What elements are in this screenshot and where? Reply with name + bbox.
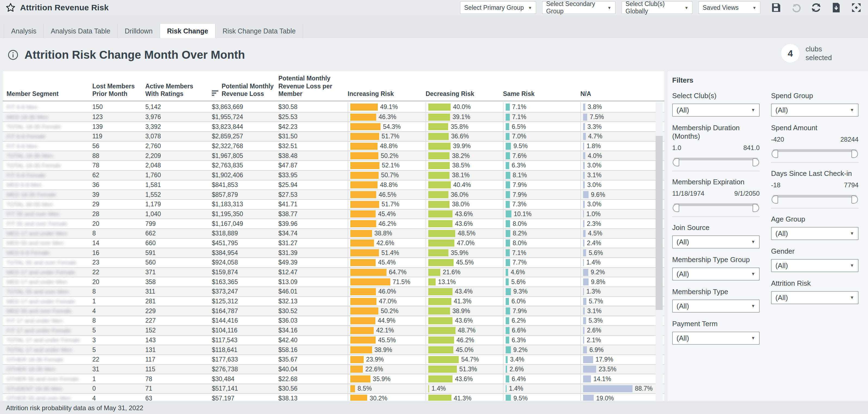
decreasing-risk-bar[interactable]	[428, 181, 451, 188]
same-risk-bar[interactable]	[506, 201, 510, 208]
days-since-last-check-in-range-slider[interactable]	[771, 191, 859, 201]
table-row[interactable]: STUDENT 18-35 Men071$517,141$30.568.5%1.…	[3, 384, 664, 393]
slider-track[interactable]	[674, 158, 758, 160]
table-row[interactable]: MED 18-35 Men1233,976$1,955,724$25.5346.…	[3, 112, 664, 122]
same-risk-bar[interactable]	[506, 181, 510, 188]
same-risk-bar[interactable]	[506, 239, 510, 246]
increasing-risk-bar[interactable]	[350, 298, 376, 305]
table-row[interactable]: MED 55 and over Female4229$164,787$30.52…	[3, 306, 664, 316]
decreasing-risk-bar[interactable]	[428, 346, 453, 353]
table-row[interactable]: TOTAL 18-35 Female782,048$2,763,835$47.8…	[3, 160, 664, 170]
column-header-member-segment[interactable]: Member Segment	[6, 90, 92, 100]
na-bar[interactable]	[583, 259, 584, 266]
increasing-risk-bar[interactable]	[350, 104, 378, 111]
increasing-risk-bar[interactable]	[350, 376, 370, 382]
column-header-na[interactable]: N/A	[580, 90, 664, 100]
decreasing-risk-bar[interactable]	[428, 356, 459, 363]
na-bar[interactable]	[583, 104, 585, 111]
slider-handle-min[interactable]	[673, 158, 679, 166]
na-bar[interactable]	[583, 346, 587, 353]
table-row[interactable]: MED 55 and over Men14660$451,795$31.2742…	[3, 238, 664, 248]
same-risk-bar[interactable]	[506, 336, 509, 344]
decreasing-risk-bar[interactable]	[428, 172, 450, 179]
membership-type-dropdown[interactable]: (All)▼	[672, 300, 760, 313]
decreasing-risk-bar[interactable]	[428, 143, 451, 150]
decreasing-risk-bar[interactable]	[428, 123, 448, 130]
undo-icon[interactable]	[791, 2, 801, 13]
na-bar[interactable]	[583, 356, 593, 363]
same-risk-bar[interactable]	[506, 298, 509, 305]
column-header-same-risk[interactable]: Same Risk	[503, 90, 580, 100]
slider-handle-min[interactable]	[772, 196, 778, 204]
decreasing-risk-bar[interactable]	[428, 133, 449, 140]
increasing-risk-bar[interactable]	[350, 336, 376, 344]
na-bar[interactable]	[583, 288, 584, 295]
gender-dropdown[interactable]: (All)▼	[771, 259, 859, 272]
na-bar[interactable]	[583, 210, 584, 217]
spend-amount-range-slider[interactable]	[771, 146, 859, 155]
same-risk-bar[interactable]	[506, 249, 510, 256]
na-bar[interactable]	[583, 114, 587, 121]
na-bar[interactable]	[583, 239, 585, 246]
table-row[interactable]: TOTAL 55 and over Female23560$924,058$49…	[3, 258, 664, 267]
increasing-risk-bar[interactable]	[350, 114, 376, 121]
table-row[interactable]: TOTAL 17 and under Female3143$117,543$42…	[3, 335, 664, 345]
table-row[interactable]: FIT 6-8 Female621,760$1,902,406$33.9550.…	[3, 170, 664, 180]
export-file-icon[interactable]	[831, 2, 841, 13]
na-bar[interactable]	[583, 172, 585, 179]
table-row[interactable]: TOTAL 18-35 Men882,209$1,967,805$38.4850…	[3, 151, 664, 160]
same-risk-bar[interactable]	[506, 162, 509, 169]
select-clubs-globally-dropdown[interactable]: Select Club(s) Globally ▼	[621, 1, 692, 14]
slider-handle-max[interactable]	[752, 158, 759, 166]
tab-analysis[interactable]: Analysis	[4, 24, 44, 38]
same-risk-bar[interactable]	[506, 133, 509, 140]
decreasing-risk-bar[interactable]	[428, 395, 452, 401]
same-risk-bar[interactable]	[506, 395, 511, 401]
increasing-risk-bar[interactable]	[350, 123, 380, 130]
increasing-risk-bar[interactable]	[350, 327, 374, 334]
same-risk-bar[interactable]	[506, 365, 507, 373]
na-bar[interactable]	[583, 143, 584, 150]
sort-descending-icon[interactable]	[212, 90, 219, 97]
na-bar[interactable]	[583, 152, 585, 159]
slider-handle-max[interactable]	[851, 196, 858, 204]
increasing-risk-bar[interactable]	[350, 172, 379, 179]
payment-term-dropdown[interactable]: (All)▼	[672, 332, 760, 345]
decreasing-risk-bar[interactable]	[428, 210, 453, 217]
na-bar[interactable]	[583, 317, 586, 324]
decreasing-risk-bar[interactable]	[428, 365, 457, 373]
decreasing-risk-bar[interactable]	[428, 114, 450, 121]
table-row[interactable]: TOTAL 17 and under Men5131$118,641$58.16…	[3, 345, 664, 354]
na-bar[interactable]	[583, 278, 589, 286]
select-primary-group-dropdown[interactable]: Select Primary Group ▼	[460, 1, 536, 14]
decreasing-risk-bar[interactable]	[428, 104, 451, 111]
same-risk-bar[interactable]	[506, 278, 509, 286]
na-bar[interactable]	[583, 365, 596, 373]
na-bar[interactable]	[583, 376, 591, 382]
slider-handle-min[interactable]	[673, 204, 679, 212]
spend-group-dropdown[interactable]: (All)▼	[771, 104, 859, 117]
decreasing-risk-bar[interactable]	[428, 259, 454, 266]
na-bar[interactable]	[583, 191, 589, 198]
increasing-risk-bar[interactable]	[350, 230, 372, 237]
increasing-risk-bar[interactable]	[350, 269, 386, 276]
tab-risk-change[interactable]: Risk Change	[160, 24, 215, 38]
na-bar[interactable]	[583, 327, 585, 334]
increasing-risk-bar[interactable]	[350, 133, 379, 140]
na-bar[interactable]	[583, 269, 588, 276]
slider-track[interactable]	[773, 195, 857, 198]
same-risk-bar[interactable]	[506, 385, 506, 392]
same-risk-bar[interactable]	[506, 210, 512, 217]
decreasing-risk-bar[interactable]	[428, 269, 440, 276]
increasing-risk-bar[interactable]	[350, 152, 378, 159]
table-row[interactable]: MED 6-8 Female16591$384,954$31.3951.4%35…	[3, 248, 664, 258]
table-row[interactable]: TOTAL 36-55 Men291,179$1,183,313$41.7151…	[3, 199, 664, 209]
same-risk-bar[interactable]	[506, 220, 510, 227]
decreasing-risk-bar[interactable]	[428, 288, 453, 295]
increasing-risk-bar[interactable]	[350, 259, 376, 266]
decreasing-risk-bar[interactable]	[428, 220, 453, 227]
na-bar[interactable]	[583, 230, 586, 237]
table-row[interactable]: OTHER 55 and over Men463$57,197$38.1330.…	[3, 393, 664, 401]
table-row[interactable]: OTHER 55 and over Female178$30,484$22.68…	[3, 374, 664, 384]
increasing-risk-bar[interactable]	[350, 191, 376, 198]
